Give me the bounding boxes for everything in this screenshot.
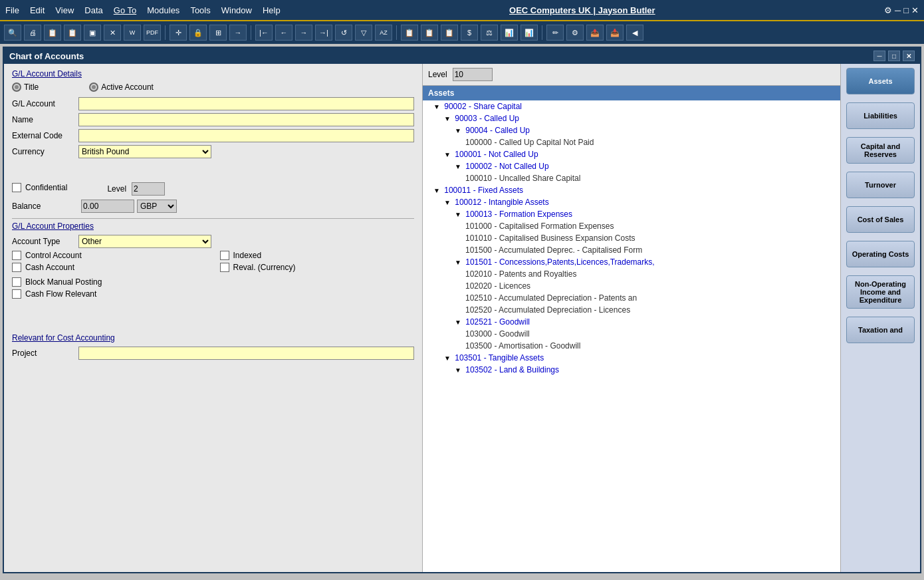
menu-window[interactable]: Window [221, 5, 252, 15]
link-90004[interactable]: 90004 - Called Up [465, 126, 530, 135]
tree-item-100002[interactable]: ▼ 100002 - Not Called Up [423, 160, 840, 172]
tree-item-103502[interactable]: ▼ 103502 - Land & Buildings [423, 364, 840, 376]
tab-operating-costs[interactable]: Operating Costs [846, 241, 915, 267]
account-type-select[interactable]: Other Revenue Expenditure Asset Liabilit… [78, 235, 211, 248]
tab-taxation[interactable]: Taxation and [846, 317, 915, 343]
tree-item-100010[interactable]: 100010 - Uncalled Share Capital [423, 172, 840, 184]
tree-item-90003[interactable]: ▼ 90003 - Called Up [423, 112, 840, 124]
toolbar-print[interactable]: 🖨 [24, 25, 41, 41]
menu-tools[interactable]: Tools [190, 5, 210, 15]
cash-account-checkbox[interactable] [12, 263, 21, 272]
tree-item-90002[interactable]: ▼ 90002 - Share Capital [423, 100, 840, 112]
toolbar-word[interactable]: W [124, 25, 141, 41]
toolbar-move[interactable]: ✛ [170, 25, 187, 41]
toolbar-pdf[interactable]: PDF [144, 25, 161, 41]
link-100012[interactable]: 100012 - Intangible Assets [455, 198, 548, 207]
link-102521[interactable]: 102521 - Goodwill [465, 317, 530, 327]
menu-view[interactable]: View [55, 5, 74, 15]
close-icon[interactable]: ✕ [911, 5, 919, 15]
menu-goto[interactable]: Go To [114, 5, 136, 15]
link-100013[interactable]: 100013 - Formation Expenses [465, 210, 572, 219]
toolbar-frame[interactable]: ▣ [84, 25, 101, 41]
toolbar-copy2[interactable]: 📋 [64, 25, 81, 41]
coa-minimize[interactable]: ─ [873, 51, 885, 61]
toolbar-search[interactable]: 🔍 [4, 25, 21, 41]
tree-item-102020[interactable]: 102020 - Licences [423, 280, 840, 292]
tree-group-assets[interactable]: Assets [423, 86, 840, 100]
tree-level-input[interactable] [453, 68, 493, 81]
gl-account-properties-title[interactable]: G/L Account Properties [12, 221, 414, 231]
toolbar-filter[interactable]: ▽ [355, 25, 372, 41]
cost-accounting-title[interactable]: Relevant for Cost Accounting [12, 333, 414, 343]
reval-checkbox[interactable] [220, 263, 229, 272]
tab-cost-of-sales[interactable]: Cost of Sales [846, 206, 915, 233]
tree-item-101501[interactable]: ▼ 101501 - Concessions,Patents,Licences,… [423, 256, 840, 268]
tab-non-operating[interactable]: Non-Operating Income and Expenditure [846, 275, 915, 309]
link-103502[interactable]: 103502 - Land & Buildings [465, 365, 559, 374]
toolbar-copy5[interactable]: 📋 [441, 25, 458, 41]
link-100011[interactable]: 100011 - Fixed Assets [444, 186, 523, 195]
tree-item-100000[interactable]: 100000 - Called Up Capital Not Paid [423, 136, 840, 148]
menu-edit[interactable]: Edit [30, 5, 45, 15]
toolbar-back[interactable]: ◀ [626, 25, 643, 41]
toolbar-edit[interactable]: ✏ [546, 25, 564, 41]
toolbar-copy3[interactable]: 📋 [401, 25, 418, 41]
link-90003[interactable]: 90003 - Called Up [455, 114, 519, 123]
tree-item-100011[interactable]: ▼ 100011 - Fixed Assets [423, 184, 840, 196]
toolbar-currency[interactable]: $ [461, 25, 478, 41]
toolbar-balance[interactable]: ⚖ [481, 25, 498, 41]
block-manual-checkbox[interactable] [12, 277, 21, 287]
tree-item-102520[interactable]: 102520 - Accumulated Depreciation - Lice… [423, 304, 840, 316]
maximize-icon[interactable]: □ [903, 5, 909, 15]
toolbar-nav-prev[interactable]: ← [275, 25, 292, 41]
tree-item-101000[interactable]: 101000 - Capitalised Formation Expenses [423, 220, 840, 232]
settings-icon[interactable]: ⚙ [884, 5, 892, 15]
confidential-checkbox[interactable] [12, 183, 21, 192]
control-account-checkbox[interactable] [12, 251, 21, 260]
toolbar-nav-first[interactable]: |← [255, 25, 273, 41]
toolbar-copy1[interactable]: 📋 [44, 25, 61, 41]
name-input[interactable] [78, 113, 414, 126]
toolbar-close[interactable]: ✕ [104, 25, 121, 41]
toolbar-refresh[interactable]: ↺ [335, 25, 352, 41]
menu-file[interactable]: File [5, 5, 19, 15]
minimize-icon[interactable]: ─ [895, 5, 901, 15]
tree-item-100012[interactable]: ▼ 100012 - Intangible Assets [423, 196, 840, 208]
active-account-radio[interactable]: Active Account [89, 82, 154, 92]
tree-item-100013[interactable]: ▼ 100013 - Formation Expenses [423, 208, 840, 220]
link-103501[interactable]: 103501 - Tangible Assets [455, 353, 544, 362]
toolbar-grid[interactable]: ⊞ [209, 25, 227, 41]
tab-liabilities[interactable]: Liabilities [846, 102, 915, 129]
toolbar-copy4[interactable]: 📋 [421, 25, 438, 41]
level-input[interactable] [132, 182, 165, 196]
cash-flow-checkbox[interactable] [12, 289, 21, 299]
balance-currency-select[interactable]: GBP [137, 200, 177, 213]
tree-item-102010[interactable]: 102010 - Patents and Royalties [423, 268, 840, 280]
coa-maximize[interactable]: □ [888, 51, 900, 61]
tab-capital-reserves[interactable]: Capital and Reserves [846, 137, 915, 164]
menu-modules[interactable]: Modules [147, 5, 179, 15]
gl-account-details-title[interactable]: G/L Account Details [12, 69, 414, 78]
toolbar-report1[interactable]: 📊 [501, 25, 518, 41]
title-radio[interactable]: Title [12, 82, 39, 92]
menu-data[interactable]: Data [84, 5, 102, 15]
coa-close[interactable]: ✕ [903, 51, 915, 61]
link-100002[interactable]: 100002 - Not Called Up [465, 162, 548, 171]
menu-help[interactable]: Help [263, 5, 281, 15]
link-101501[interactable]: 101501 - Concessions,Patents,Licences,Tr… [465, 257, 654, 267]
tree-item-103500[interactable]: 103500 - Amortisation - Goodwill [423, 340, 840, 352]
external-code-input[interactable] [78, 129, 414, 142]
tree-item-100001[interactable]: ▼ 100001 - Not Called Up [423, 148, 840, 160]
link-100001[interactable]: 100001 - Not Called Up [455, 150, 538, 159]
gl-account-input[interactable] [78, 97, 414, 110]
toolbar-settings[interactable]: ⚙ [566, 25, 584, 41]
tree-item-102521[interactable]: ▼ 102521 - Goodwill [423, 316, 840, 328]
tree-item-103501[interactable]: ▼ 103501 - Tangible Assets [423, 352, 840, 364]
tree-item-90004[interactable]: ▼ 90004 - Called Up [423, 124, 840, 136]
tab-assets[interactable]: Assets [846, 68, 915, 94]
indexed-checkbox[interactable] [220, 251, 229, 260]
toolbar-arrow-right[interactable]: → [229, 25, 247, 41]
project-input[interactable] [78, 347, 414, 360]
toolbar-report2[interactable]: 📊 [520, 25, 538, 41]
link-90002[interactable]: 90002 - Share Capital [444, 102, 522, 111]
